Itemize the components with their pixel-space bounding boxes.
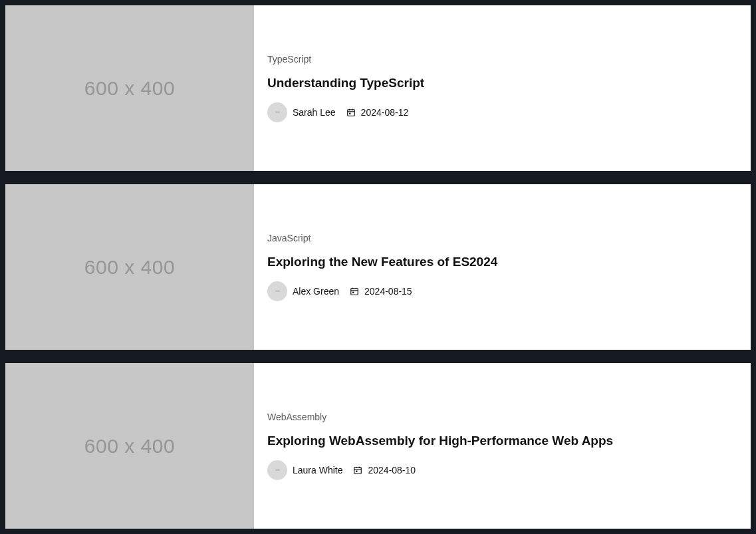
avatar: ••• (267, 460, 287, 480)
post-title[interactable]: Exploring the New Features of ES2024 (267, 254, 737, 271)
svg-rect-5 (351, 289, 358, 295)
post-content: JavaScript Exploring the New Features of… (254, 184, 751, 350)
post-list: 600 x 400 TypeScript Understanding TypeS… (5, 5, 751, 529)
svg-rect-9 (352, 291, 354, 293)
post-meta: ••• Laura White 2024-08-10 (267, 460, 737, 480)
avatar: ••• (267, 281, 287, 301)
post-content: WebAssembly Exploring WebAssembly for Hi… (254, 363, 751, 529)
post-author[interactable]: ••• Laura White (267, 460, 342, 480)
post-content: TypeScript Understanding TypeScript ••• … (254, 5, 751, 171)
post-author[interactable]: ••• Alex Green (267, 281, 339, 301)
date-text: 2024-08-15 (364, 286, 412, 297)
post-card[interactable]: 600 x 400 WebAssembly Exploring WebAssem… (5, 363, 751, 529)
post-image-placeholder: 600 x 400 (5, 363, 254, 529)
author-name: Sarah Lee (293, 107, 336, 118)
calendar-icon (346, 108, 356, 117)
post-category[interactable]: JavaScript (267, 233, 737, 243)
post-author[interactable]: ••• Sarah Lee (267, 102, 336, 122)
author-name: Laura White (293, 465, 342, 475)
image-dimensions-label: 600 x 400 (84, 435, 175, 458)
avatar-placeholder-icon: ••• (275, 467, 279, 473)
svg-rect-0 (347, 110, 354, 116)
post-meta: ••• Alex Green 2024-08-15 (267, 281, 737, 301)
svg-rect-14 (356, 470, 358, 471)
post-date: 2024-08-10 (353, 465, 416, 475)
image-dimensions-label: 600 x 400 (84, 77, 175, 100)
post-category[interactable]: WebAssembly (267, 412, 737, 422)
image-dimensions-label: 600 x 400 (84, 256, 175, 279)
avatar-placeholder-icon: ••• (275, 288, 279, 295)
post-title[interactable]: Exploring WebAssembly for High-Performan… (267, 433, 737, 450)
avatar-placeholder-icon: ••• (275, 109, 279, 116)
date-text: 2024-08-12 (361, 107, 409, 118)
post-card[interactable]: 600 x 400 TypeScript Understanding TypeS… (5, 5, 751, 171)
calendar-icon (350, 287, 359, 296)
svg-rect-10 (354, 467, 362, 473)
post-card[interactable]: 600 x 400 JavaScript Exploring the New F… (5, 184, 751, 350)
svg-rect-4 (349, 112, 350, 114)
date-text: 2024-08-10 (368, 465, 416, 475)
post-image-placeholder: 600 x 400 (5, 5, 254, 171)
post-meta: ••• Sarah Lee 2024-08-12 (267, 102, 737, 122)
author-name: Alex Green (293, 286, 339, 297)
post-date: 2024-08-15 (350, 286, 412, 297)
calendar-icon (353, 466, 362, 475)
post-title[interactable]: Understanding TypeScript (267, 75, 737, 92)
post-category[interactable]: TypeScript (267, 54, 737, 65)
post-image-placeholder: 600 x 400 (5, 184, 254, 350)
post-date: 2024-08-12 (346, 107, 409, 118)
avatar: ••• (267, 102, 287, 122)
